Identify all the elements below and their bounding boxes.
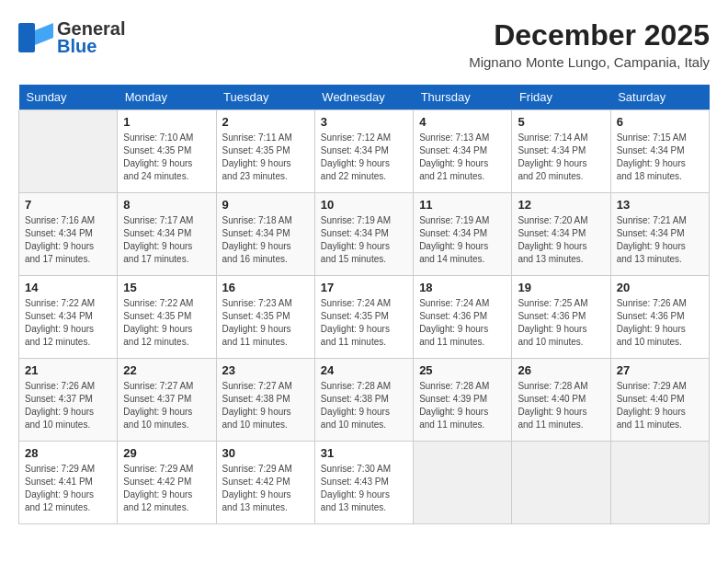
daylight: Daylight: 9 hours and 13 minutes. — [617, 241, 686, 264]
sunset: Sunset: 4:38 PM — [321, 394, 389, 404]
day-number: 21 — [25, 363, 111, 377]
calendar-cell: 26Sunrise: 7:28 AMSunset: 4:40 PMDayligh… — [512, 359, 610, 442]
month-title: December 2025 — [469, 18, 710, 52]
sunrise: Sunrise: 7:26 AM — [25, 381, 95, 391]
day-info: Sunrise: 7:23 AMSunset: 4:35 PMDaylight:… — [222, 297, 309, 349]
daylight: Daylight: 9 hours and 10 minutes. — [321, 407, 390, 430]
day-number: 7 — [25, 198, 111, 212]
day-number: 25 — [419, 363, 506, 377]
calendar-cell: 13Sunrise: 7:21 AMSunset: 4:34 PMDayligh… — [610, 193, 709, 276]
day-info: Sunrise: 7:17 AMSunset: 4:34 PMDaylight:… — [123, 214, 210, 266]
sunrise: Sunrise: 7:29 AM — [617, 381, 687, 391]
day-number: 16 — [222, 281, 309, 294]
calendar-cell: 21Sunrise: 7:26 AMSunset: 4:37 PMDayligh… — [19, 359, 118, 442]
day-number: 22 — [123, 363, 210, 377]
col-header-wednesday: Wednesday — [314, 85, 413, 110]
day-number: 31 — [321, 446, 407, 460]
sunset: Sunset: 4:34 PM — [123, 228, 191, 238]
day-number: 13 — [617, 198, 703, 212]
day-number: 4 — [419, 115, 506, 129]
day-info: Sunrise: 7:28 AMSunset: 4:38 PMDaylight:… — [321, 380, 407, 431]
sunset: Sunset: 4:34 PM — [419, 145, 487, 155]
sunset: Sunset: 4:35 PM — [123, 311, 191, 321]
day-number: 30 — [222, 446, 309, 460]
day-number: 19 — [518, 281, 604, 294]
sunset: Sunset: 4:36 PM — [518, 311, 586, 321]
calendar-cell: 1Sunrise: 7:10 AMSunset: 4:35 PMDaylight… — [118, 110, 216, 193]
svg-rect-0 — [18, 23, 35, 52]
day-number: 28 — [25, 446, 111, 460]
sunset: Sunset: 4:34 PM — [617, 145, 685, 155]
daylight: Daylight: 9 hours and 12 minutes. — [25, 324, 94, 347]
day-number: 15 — [123, 281, 210, 294]
daylight: Daylight: 9 hours and 16 minutes. — [222, 241, 291, 264]
day-info: Sunrise: 7:29 AMSunset: 4:42 PMDaylight:… — [123, 463, 210, 514]
day-info: Sunrise: 7:19 AMSunset: 4:34 PMDaylight:… — [419, 214, 506, 266]
calendar-cell: 15Sunrise: 7:22 AMSunset: 4:35 PMDayligh… — [118, 276, 216, 359]
daylight: Daylight: 9 hours and 11 minutes. — [419, 324, 488, 347]
sunrise: Sunrise: 7:27 AM — [123, 381, 193, 391]
day-info: Sunrise: 7:26 AMSunset: 4:36 PMDaylight:… — [617, 297, 703, 349]
calendar-cell: 12Sunrise: 7:20 AMSunset: 4:34 PMDayligh… — [512, 193, 610, 276]
week-row-4: 21Sunrise: 7:26 AMSunset: 4:37 PMDayligh… — [19, 359, 710, 442]
day-info: Sunrise: 7:26 AMSunset: 4:37 PMDaylight:… — [25, 380, 111, 431]
calendar-cell: 18Sunrise: 7:24 AMSunset: 4:36 PMDayligh… — [414, 276, 512, 359]
calendar-cell: 24Sunrise: 7:28 AMSunset: 4:38 PMDayligh… — [314, 359, 413, 442]
sunset: Sunset: 4:42 PM — [222, 477, 290, 487]
daylight: Daylight: 9 hours and 14 minutes. — [419, 241, 488, 264]
day-number: 10 — [321, 198, 407, 212]
day-info: Sunrise: 7:21 AMSunset: 4:34 PMDaylight:… — [617, 214, 703, 266]
day-number: 5 — [518, 115, 604, 129]
calendar-cell: 5Sunrise: 7:14 AMSunset: 4:34 PMDaylight… — [512, 110, 610, 193]
day-info: Sunrise: 7:10 AMSunset: 4:35 PMDaylight:… — [123, 132, 210, 183]
sunset: Sunset: 4:34 PM — [518, 228, 586, 238]
week-row-1: 1Sunrise: 7:10 AMSunset: 4:35 PMDaylight… — [19, 110, 710, 193]
week-row-5: 28Sunrise: 7:29 AMSunset: 4:41 PMDayligh… — [19, 442, 710, 524]
sunset: Sunset: 4:35 PM — [123, 145, 191, 155]
calendar-cell — [414, 442, 512, 524]
day-info: Sunrise: 7:18 AMSunset: 4:34 PMDaylight:… — [222, 214, 309, 266]
sunset: Sunset: 4:40 PM — [518, 394, 586, 404]
page-header: General Blue December 2025 Mignano Monte… — [18, 18, 710, 70]
sunrise: Sunrise: 7:24 AM — [419, 298, 489, 308]
day-info: Sunrise: 7:25 AMSunset: 4:36 PMDaylight:… — [518, 297, 604, 349]
calendar-cell — [19, 110, 118, 193]
daylight: Daylight: 9 hours and 11 minutes. — [419, 407, 488, 430]
day-info: Sunrise: 7:28 AMSunset: 4:39 PMDaylight:… — [419, 380, 506, 431]
day-info: Sunrise: 7:11 AMSunset: 4:35 PMDaylight:… — [222, 132, 309, 183]
day-info: Sunrise: 7:22 AMSunset: 4:35 PMDaylight:… — [123, 297, 210, 349]
calendar-cell: 31Sunrise: 7:30 AMSunset: 4:43 PMDayligh… — [314, 442, 413, 524]
sunset: Sunset: 4:34 PM — [222, 228, 290, 238]
day-info: Sunrise: 7:19 AMSunset: 4:34 PMDaylight:… — [321, 214, 407, 266]
calendar-cell: 2Sunrise: 7:11 AMSunset: 4:35 PMDaylight… — [216, 110, 314, 193]
sunset: Sunset: 4:34 PM — [617, 228, 685, 238]
day-number: 2 — [222, 115, 309, 129]
title-block: December 2025 Mignano Monte Lungo, Campa… — [469, 18, 710, 70]
sunset: Sunset: 4:36 PM — [419, 311, 487, 321]
sunset: Sunset: 4:34 PM — [321, 228, 389, 238]
calendar-table: SundayMondayTuesdayWednesdayThursdayFrid… — [18, 85, 710, 524]
day-info: Sunrise: 7:28 AMSunset: 4:40 PMDaylight:… — [518, 380, 604, 431]
daylight: Daylight: 9 hours and 10 minutes. — [617, 324, 686, 347]
week-row-3: 14Sunrise: 7:22 AMSunset: 4:34 PMDayligh… — [19, 276, 710, 359]
calendar-cell: 6Sunrise: 7:15 AMSunset: 4:34 PMDaylight… — [610, 110, 709, 193]
col-header-saturday: Saturday — [610, 85, 709, 110]
sunset: Sunset: 4:38 PM — [222, 394, 290, 404]
sunrise: Sunrise: 7:19 AM — [321, 215, 391, 225]
sunset: Sunset: 4:35 PM — [321, 311, 389, 321]
sunrise: Sunrise: 7:18 AM — [222, 215, 292, 225]
sunrise: Sunrise: 7:29 AM — [123, 464, 193, 474]
calendar-header: SundayMondayTuesdayWednesdayThursdayFrid… — [19, 85, 710, 110]
sunrise: Sunrise: 7:14 AM — [518, 132, 587, 143]
sunset: Sunset: 4:42 PM — [123, 477, 191, 487]
daylight: Daylight: 9 hours and 11 minutes. — [518, 407, 586, 430]
sunset: Sunset: 4:35 PM — [222, 145, 290, 155]
daylight: Daylight: 9 hours and 10 minutes. — [518, 324, 586, 347]
day-number: 3 — [321, 115, 407, 129]
daylight: Daylight: 9 hours and 13 minutes. — [222, 489, 291, 512]
day-number: 6 — [617, 115, 703, 129]
sunrise: Sunrise: 7:21 AM — [617, 215, 687, 225]
daylight: Daylight: 9 hours and 13 minutes. — [518, 241, 586, 264]
sunset: Sunset: 4:34 PM — [419, 228, 487, 238]
location: Mignano Monte Lungo, Campania, Italy — [469, 54, 710, 70]
